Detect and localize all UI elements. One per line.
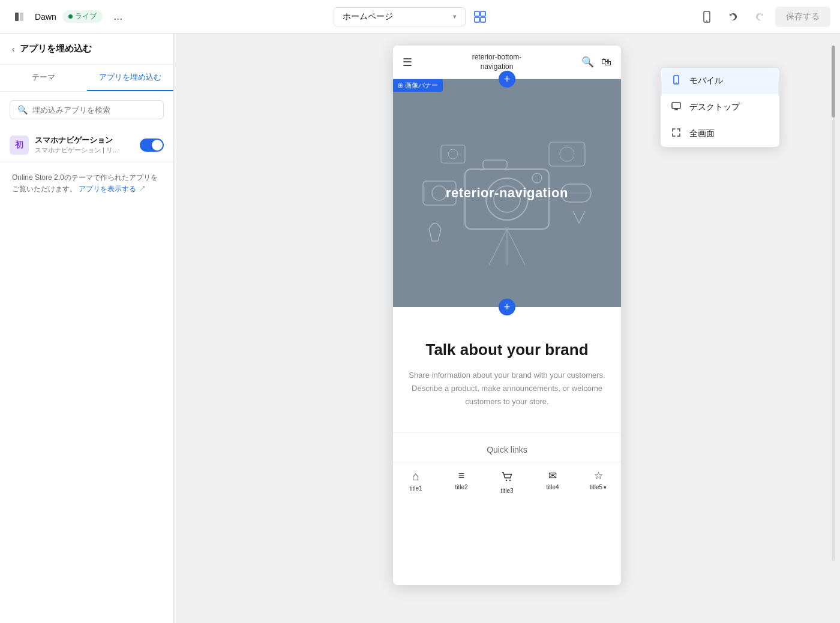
page-selector[interactable]: ホームページ ▾ <box>334 7 466 26</box>
topbar: Dawn ライブ ... ホームページ ▾ <box>0 0 840 34</box>
svg-line-18 <box>507 229 525 265</box>
live-badge: ライブ <box>62 10 103 23</box>
app-subtitle: スマホナビゲーション | リ... <box>35 146 131 155</box>
nav-item-title2[interactable]: ≡ title2 <box>439 467 484 496</box>
topbar-right: 保存する <box>696 6 830 28</box>
svg-rect-3 <box>481 11 485 16</box>
cart-nav-icon <box>500 469 514 486</box>
save-button[interactable]: 保存する <box>775 7 830 27</box>
svg-point-12 <box>532 173 542 183</box>
view-dropdown-menu: モバイル デスクトップ <box>660 67 780 148</box>
tab-theme[interactable]: テーマ <box>0 65 87 91</box>
info-text: Online Store 2.0のテーマで作られたアプリをご覧いただけます。 ア… <box>0 162 173 204</box>
brand-title: Talk about your brand <box>407 341 607 359</box>
desktop-icon <box>670 101 682 113</box>
live-dot <box>68 14 73 19</box>
search-box: 🔍 <box>10 100 164 119</box>
svg-rect-4 <box>475 17 479 22</box>
search-icon[interactable]: 🔍 <box>581 56 594 68</box>
svg-point-7 <box>706 20 707 22</box>
chevron-left-icon: ‹ <box>12 44 15 54</box>
nav-item-title3[interactable]: title3 <box>484 467 530 496</box>
home-icon: ⌂ <box>412 469 419 483</box>
preview-scrollbar[interactable] <box>832 46 835 561</box>
undo-button[interactable] <box>722 6 744 28</box>
svg-rect-11 <box>483 160 507 169</box>
sidebar-header: ‹ アプリを埋め込む <box>0 34 173 65</box>
topbar-left: Dawn ライブ ... <box>10 7 128 26</box>
nav-label-5: title5 ▾ <box>590 484 607 490</box>
redo-button[interactable] <box>749 6 770 28</box>
mobile-store-name: reterior-bottom-navigation <box>472 53 522 71</box>
tabs: テーマ アプリを埋め込む <box>0 65 173 92</box>
app-name: スマホナビゲーション <box>35 135 134 146</box>
svg-point-21 <box>448 149 458 159</box>
hamburger-icon[interactable]: ☰ <box>403 56 412 69</box>
bottom-nav: ⌂ title1 ≡ title2 title3 <box>393 462 621 499</box>
dropdown-item-mobile[interactable]: モバイル <box>661 68 779 94</box>
nav-label-2: title2 <box>455 484 467 490</box>
add-section-top-button[interactable]: + <box>499 71 515 88</box>
grid-view-button[interactable] <box>470 7 490 26</box>
external-link-icon: ↗ <box>139 185 146 193</box>
star-icon: ☆ <box>594 469 603 482</box>
search-input[interactable] <box>32 106 156 115</box>
brand-description: Share information about your brand with … <box>407 369 607 408</box>
banner-label-text: 画像バナー <box>405 81 438 90</box>
nav-label-4: title4 <box>546 484 559 490</box>
dropdown-label-desktop: デスクトップ <box>689 102 740 113</box>
svg-point-25 <box>509 480 511 481</box>
app-item-smartphone-nav: 初 スマホナビゲーション スマホナビゲーション | リ... <box>0 128 173 162</box>
topbar-center: ホームページ ▾ <box>135 7 689 26</box>
sidebar: ‹ アプリを埋め込む テーマ アプリを埋め込む 🔍 初 スマホナビゲーション ス… <box>0 34 174 623</box>
svg-rect-5 <box>481 17 485 22</box>
quick-links-section: Quick links <box>393 433 621 462</box>
svg-rect-22 <box>549 142 585 166</box>
mobile-view-button[interactable] <box>696 6 718 28</box>
svg-point-23 <box>560 147 574 161</box>
main-layout: ‹ アプリを埋め込む テーマ アプリを埋め込む 🔍 初 スマホナビゲーション ス… <box>0 34 840 623</box>
dropdown-label-fullscreen: 全画面 <box>689 128 715 139</box>
svg-point-27 <box>676 82 677 83</box>
svg-point-24 <box>506 480 507 481</box>
chevron-down-icon: ▾ <box>453 13 457 20</box>
nav-label-3: title3 <box>500 487 513 494</box>
nav-item-title5[interactable]: ☆ title5 ▾ <box>575 467 621 496</box>
svg-rect-2 <box>475 11 479 16</box>
dropdown-label-mobile: モバイル <box>689 76 723 86</box>
banner-section: ⊞ 画像バナー + <box>393 79 621 307</box>
tab-embed-app[interactable]: アプリを埋め込む <box>87 65 174 91</box>
app-icon: 初 <box>10 136 29 155</box>
menu-icon: ≡ <box>458 469 465 482</box>
nav-item-title1[interactable]: ⌂ title1 <box>393 467 439 496</box>
svg-rect-1 <box>20 13 23 21</box>
banner-nav-text: reterior-navigation <box>446 185 568 201</box>
banner-image[interactable]: reterior-navigation <box>393 79 621 307</box>
fullscreen-icon <box>670 128 682 140</box>
preview-area: ☰ reterior-bottom-navigation 🔍 🛍 ⊞ 画像バナー… <box>174 34 840 623</box>
mobile-icon <box>670 75 682 87</box>
mail-icon: ✉ <box>548 469 557 482</box>
more-menu-button[interactable]: ... <box>109 7 128 26</box>
toggle-knob <box>152 140 163 151</box>
brand-section: Talk about your brand Share information … <box>393 317 621 433</box>
sidebar-title: アプリを埋め込む <box>20 43 92 55</box>
banner-label: ⊞ 画像バナー <box>393 79 443 92</box>
sidebar-toggle-button[interactable] <box>10 7 29 26</box>
svg-rect-28 <box>672 103 680 109</box>
nav-item-title4[interactable]: ✉ title4 <box>530 467 575 496</box>
dropdown-item-desktop[interactable]: デスクトップ <box>661 94 779 121</box>
svg-rect-0 <box>15 13 19 21</box>
info-link[interactable]: アプリを表示する <box>79 185 136 193</box>
cart-icon[interactable]: 🛍 <box>601 56 611 68</box>
app-info: スマホナビゲーション スマホナビゲーション | リ... <box>35 135 134 155</box>
back-button[interactable]: ‹ <box>12 44 15 54</box>
svg-rect-20 <box>441 145 465 163</box>
add-section-bottom-button[interactable]: + <box>499 299 515 315</box>
search-icon: 🔍 <box>17 105 28 115</box>
app-toggle[interactable] <box>140 139 164 152</box>
live-label: ライブ <box>75 11 97 22</box>
store-name: Dawn <box>35 12 56 22</box>
dropdown-item-fullscreen[interactable]: 全画面 <box>661 121 779 147</box>
quick-links-label: Quick links <box>407 445 607 455</box>
